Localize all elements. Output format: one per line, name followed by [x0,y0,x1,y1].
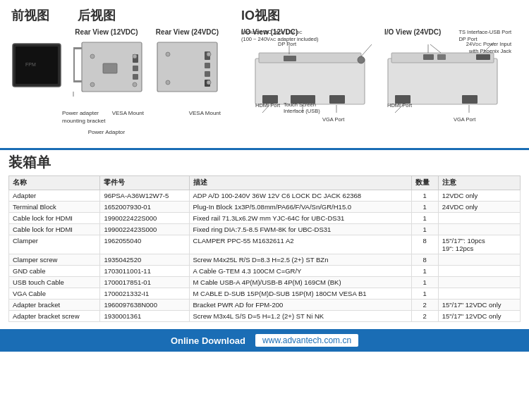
svg-text:FPM: FPM [25,62,36,67]
svg-point-23 [166,80,170,85]
table-cell: 1 [411,277,438,288]
svg-point-28 [358,56,365,63]
table-cell: 1 [411,288,438,299]
table-cell: Cable lock for HDMI [9,213,100,224]
table-cell: 1 [411,190,438,202]
svg-line-32 [361,44,372,56]
table-cell: 96PSA-A36W12W7-5 [100,190,189,202]
io-view-title: IO视图 [241,7,518,24]
table-cell: 1 [411,266,438,277]
table-cell: USB touch Cable [9,277,100,288]
hdmi-label-24: HDMI Port [387,102,412,109]
table-cell: 1 [411,202,438,213]
table-cell [438,277,520,288]
table-cell: 8 [411,235,438,254]
table-cell: GND cable [9,266,100,277]
table-cell: CLAMPER PPC-55 M1632611 A2 [189,235,411,254]
svg-rect-43 [462,95,478,104]
packing-table: 名称 零件号 描述 数量 注意 Adapter96PSA-A36W12W7-5A… [8,175,521,322]
svg-rect-8 [133,66,138,71]
table-cell: 2 [411,299,438,311]
svg-rect-39 [423,54,434,60]
vesa-mount-label-12: VESA Mount [112,110,144,116]
front-view-device: FPM [11,42,62,88]
table-cell [438,224,520,235]
table-row: VGA Cable1700021332-I1M CABLE D-SUB 15P(… [9,288,521,299]
table-cell: 1962055040 [100,235,189,254]
table-cell: 1930001361 [100,311,189,322]
rear-12-title: Rear View (12VDC) [75,28,138,36]
front-view-title: 前视图 [11,7,49,24]
svg-rect-9 [133,74,138,80]
table-cell: 1 [411,224,438,235]
table-cell: Plug-In Block 1x3P/5.08mm/PA66/F/VA/Sn/G… [189,202,411,213]
svg-rect-41 [476,54,490,60]
table-row: Adapter bracket1960097638N000Bracket PWR… [9,299,521,311]
footer-url: www.advantech.com.cn [255,334,358,347]
table-row: Cable lock for HDMI1990022422S000Fixed r… [9,213,521,224]
table-cell: 24VDC only [438,202,520,213]
table-cell: Screw M3x4L S/S D=5 H=1.2 (2+) ST Ni NK [189,311,411,322]
table-cell: M Cable USB-A 4P(M)/USB-B 4P(M) 169CM (B… [189,277,411,288]
svg-point-11 [90,54,95,58]
svg-rect-27 [284,56,296,61]
table-cell: 15"/17": 10pcs 19": 12pcs [438,235,520,254]
svg-rect-5 [73,47,75,82]
table-row: Adapter bracket screw1930001361Screw M3x… [9,311,521,322]
table-cell: 1990022423S000 [100,224,189,235]
svg-rect-10 [103,63,117,73]
svg-rect-1 [16,47,58,84]
svg-rect-40 [437,54,446,60]
col-desc: 描述 [189,176,411,190]
table-cell: Clamper [9,235,100,254]
dp-port-label-12: DP Port [278,41,296,47]
vga-port-label-12: VGA Port [322,116,344,123]
touch-screen-label: Touch ScreenInterface (USB) [284,101,320,114]
table-cell: Cable lock for HDMI [9,224,100,235]
table-cell: M CABLE D-SUB 15P(M)D-SUB 15P(M) 180CM V… [189,288,411,299]
svg-point-21 [166,52,170,56]
table-row: Cable lock for HDMI1990022423S000Fixed r… [9,224,521,235]
svg-point-14 [133,82,137,87]
power-adaptor-label: Power Adaptor [88,129,125,135]
section-divider [0,148,529,150]
svg-rect-6 [73,80,82,82]
table-cell: Bracket PWR AD for FPM-200 [189,299,411,311]
vesa-mount-label-24: VESA Mount [189,110,221,116]
table-cell: Screw M4x25L R/S D=8.3 H=2.5 (2+) ST BZn [189,254,411,266]
rear-12vdc: Rear View (12VDC) [68,28,145,135]
hdmi-label-12: HDMI Port [255,102,280,109]
table-cell: Adapter bracket [9,299,100,311]
table-row: Clamper screw1935042520Screw M4x25L R/S … [9,254,521,266]
table-row: Clamper1962055040CLAMPER PPC-55 M1632611… [9,235,521,254]
table-cell: 12VDC only [438,190,520,202]
table-cell: 1700021332-I1 [100,288,189,299]
svg-point-12 [133,54,137,58]
table-cell [438,254,520,266]
table-cell [438,266,520,277]
packing-title: 装箱单 [8,153,521,172]
col-note: 注意 [438,176,520,190]
table-cell: 1652007930-01 [100,202,189,213]
table-row: Adapter96PSA-A36W12W7-5ADP A/D 100-240V … [9,190,521,202]
power-adapter-label: Power adaptermounting bracket [62,110,111,125]
rear-24vdc: Rear View (24VDC) [154,28,221,135]
table-row: GND cable1703011001-11A Cable G-TEM 4.3 … [9,266,521,277]
table-row: USB touch Cable1700017851-01M Cable USB-… [9,277,521,288]
footer: Online Download www.advantech.com.cn [0,329,529,352]
svg-rect-18 [205,63,210,68]
table-cell: 1703011001-11 [100,266,189,277]
svg-rect-19 [205,71,210,77]
table-cell: A Cable G-TEM 4.3 100CM C=GR/Y [189,266,411,277]
table-cell: 1935042520 [100,254,189,266]
svg-point-13 [90,82,95,87]
table-cell: 15"/17" 12VDC only [438,299,520,311]
table-cell: 8 [411,254,438,266]
table-cell: Fixed ring DIA:7.5-8.5 FWM-8K for UBC-DS… [189,224,411,235]
rear-12-device [68,39,145,102]
table-cell: Terminal Block [9,202,100,213]
rear-24-title: Rear View (24VDC) [156,28,219,36]
io-24vdc: I/O View (24VDC) [384,28,518,114]
table-cell: 1 [411,213,438,224]
vga-port-label-24: VGA Port [454,116,475,123]
